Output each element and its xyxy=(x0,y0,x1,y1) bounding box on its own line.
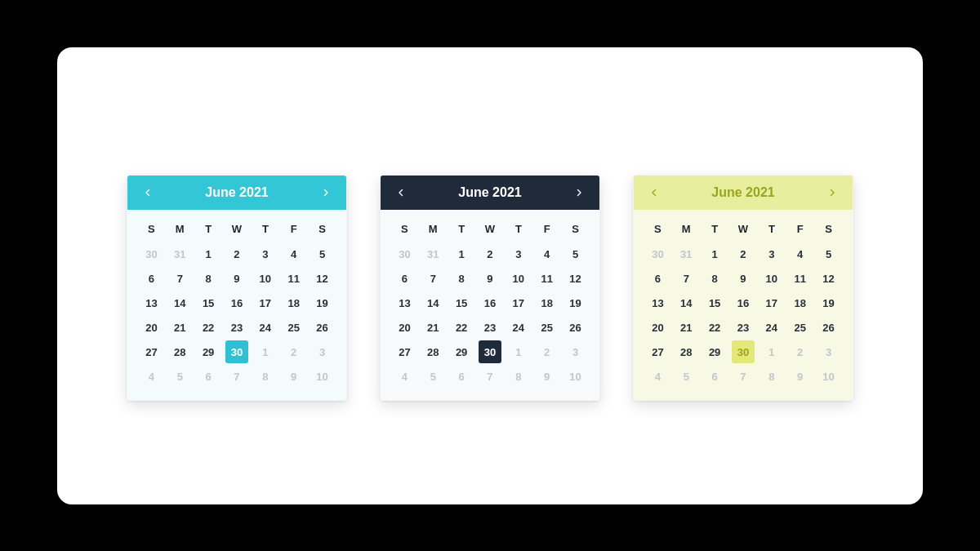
next-month-button[interactable] xyxy=(570,184,588,202)
day-cell[interactable]: 11 xyxy=(789,267,812,290)
day-cell[interactable]: 21 xyxy=(168,316,191,339)
day-cell[interactable]: 18 xyxy=(789,291,812,314)
day-cell[interactable]: 6 xyxy=(646,267,669,290)
day-cell[interactable]: 9 xyxy=(732,267,755,290)
day-cell[interactable]: 15 xyxy=(450,291,473,314)
weekday-label: F xyxy=(786,218,814,242)
day-cell[interactable]: 8 xyxy=(703,267,726,290)
day-cell[interactable]: 8 xyxy=(450,267,473,290)
day-cell[interactable]: 25 xyxy=(789,316,812,339)
day-cell[interactable]: 29 xyxy=(703,340,726,363)
day-cell[interactable]: 9 xyxy=(225,267,248,290)
day-cell[interactable]: 21 xyxy=(421,316,444,339)
day-cell[interactable]: 3 xyxy=(760,242,783,265)
day-cell[interactable]: 6 xyxy=(393,267,416,290)
day-cell[interactable]: 7 xyxy=(168,267,191,290)
day-cell[interactable]: 19 xyxy=(817,291,840,314)
day-cell[interactable]: 4 xyxy=(789,242,812,265)
day-cell[interactable]: 1 xyxy=(703,242,726,265)
day-cell[interactable]: 20 xyxy=(140,316,163,339)
prev-month-button[interactable] xyxy=(392,184,410,202)
day-cell[interactable]: 23 xyxy=(479,316,501,339)
day-cell[interactable]: 17 xyxy=(760,291,783,314)
day-cell[interactable]: 24 xyxy=(507,316,530,339)
day-cell-other-month: 7 xyxy=(479,365,501,388)
day-cell[interactable]: 16 xyxy=(225,291,248,314)
day-cell[interactable]: 28 xyxy=(168,340,191,363)
day-cell[interactable]: 7 xyxy=(675,267,697,290)
day-cell[interactable]: 12 xyxy=(817,267,840,290)
day-cell[interactable]: 26 xyxy=(564,316,587,339)
day-cell[interactable]: 5 xyxy=(564,242,587,265)
day-cell[interactable]: 17 xyxy=(507,291,530,314)
day-cell[interactable]: 21 xyxy=(675,316,697,339)
day-cell[interactable]: 6 xyxy=(140,267,163,290)
day-cell[interactable]: 4 xyxy=(536,242,559,265)
day-cell[interactable]: 10 xyxy=(254,267,277,290)
day-cell[interactable]: 26 xyxy=(311,316,334,339)
day-cell[interactable]: 16 xyxy=(732,291,755,314)
day-cell[interactable]: 3 xyxy=(507,242,530,265)
day-cell[interactable]: 27 xyxy=(140,340,163,363)
day-cell[interactable]: 23 xyxy=(225,316,248,339)
day-cell[interactable]: 25 xyxy=(536,316,559,339)
weekday-row: SMTWTFS xyxy=(137,218,336,242)
day-cell[interactable]: 24 xyxy=(760,316,783,339)
day-cell[interactable]: 16 xyxy=(479,291,501,314)
day-cell[interactable]: 22 xyxy=(450,316,473,339)
day-cell[interactable]: 5 xyxy=(311,242,334,265)
day-cell[interactable]: 27 xyxy=(646,340,669,363)
day-cell[interactable]: 1 xyxy=(197,242,220,265)
day-cell[interactable]: 15 xyxy=(197,291,220,314)
day-cell[interactable]: 24 xyxy=(254,316,277,339)
day-cell[interactable]: 13 xyxy=(140,291,163,314)
day-cell[interactable]: 28 xyxy=(675,340,697,363)
day-cell[interactable]: 15 xyxy=(703,291,726,314)
day-cell[interactable]: 13 xyxy=(646,291,669,314)
day-cell[interactable]: 19 xyxy=(311,291,334,314)
day-cell[interactable]: 22 xyxy=(197,316,220,339)
day-cell[interactable]: 23 xyxy=(732,316,755,339)
day-cell[interactable]: 4 xyxy=(283,242,305,265)
day-cell[interactable]: 28 xyxy=(421,340,444,363)
day-cell[interactable]: 17 xyxy=(254,291,277,314)
day-cell[interactable]: 29 xyxy=(450,340,473,363)
day-cell[interactable]: 10 xyxy=(507,267,530,290)
day-cell-selected[interactable]: 30 xyxy=(479,340,501,363)
day-cell[interactable]: 29 xyxy=(197,340,220,363)
day-cell[interactable]: 14 xyxy=(168,291,191,314)
day-cell[interactable]: 18 xyxy=(283,291,305,314)
day-cell[interactable]: 20 xyxy=(393,316,416,339)
day-cell[interactable]: 25 xyxy=(283,316,305,339)
day-cell[interactable]: 22 xyxy=(703,316,726,339)
day-cell[interactable]: 2 xyxy=(479,242,501,265)
next-month-button[interactable] xyxy=(317,184,335,202)
day-cell[interactable]: 14 xyxy=(421,291,444,314)
day-cell[interactable]: 11 xyxy=(283,267,305,290)
day-cell[interactable]: 19 xyxy=(564,291,587,314)
week-row: 27282930123 xyxy=(390,340,590,364)
day-cell[interactable]: 7 xyxy=(421,267,444,290)
prev-month-button[interactable] xyxy=(645,184,663,202)
day-cell[interactable]: 20 xyxy=(646,316,669,339)
day-cell[interactable]: 8 xyxy=(197,267,220,290)
day-cell[interactable]: 1 xyxy=(450,242,473,265)
day-cell[interactable]: 12 xyxy=(564,267,587,290)
day-cell[interactable]: 13 xyxy=(393,291,416,314)
day-cell[interactable]: 10 xyxy=(760,267,783,290)
day-cell[interactable]: 11 xyxy=(536,267,559,290)
day-cell-selected[interactable]: 30 xyxy=(732,340,755,363)
day-cell[interactable]: 26 xyxy=(817,316,840,339)
day-cell[interactable]: 5 xyxy=(817,242,840,265)
day-cell[interactable]: 14 xyxy=(675,291,697,314)
day-cell[interactable]: 12 xyxy=(311,267,334,290)
day-cell[interactable]: 27 xyxy=(393,340,416,363)
next-month-button[interactable] xyxy=(823,184,841,202)
day-cell[interactable]: 3 xyxy=(254,242,277,265)
prev-month-button[interactable] xyxy=(139,184,157,202)
day-cell-selected[interactable]: 30 xyxy=(225,340,248,363)
day-cell[interactable]: 18 xyxy=(536,291,559,314)
day-cell[interactable]: 2 xyxy=(225,242,248,265)
day-cell[interactable]: 9 xyxy=(479,267,501,290)
day-cell[interactable]: 2 xyxy=(732,242,755,265)
